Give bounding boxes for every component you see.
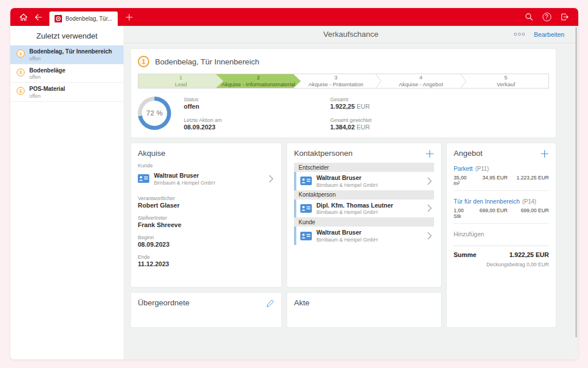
opportunity-icon (17, 49, 25, 57)
vertical-scrollbar[interactable] (575, 27, 577, 338)
add-product-icon[interactable] (540, 150, 549, 158)
logout-icon[interactable] (559, 12, 570, 22)
search-icon[interactable] (524, 12, 534, 22)
sidebar-item-name: Bodenbeläge (29, 67, 65, 75)
step-akquise-praesentation[interactable]: 3 Akquise - Präsentation (293, 74, 378, 88)
total-label: Gesamt (330, 97, 372, 102)
chevron-right-icon (427, 232, 432, 240)
sidebar-item-status: offen (29, 93, 65, 99)
kunde-name: Waltraut Bruser (154, 172, 215, 180)
sidebar-item-bodenbelaege[interactable]: Bodenbeläge offen (10, 64, 123, 83)
opportunity-icon (17, 87, 25, 95)
add-contact-icon[interactable] (425, 150, 434, 158)
sidebar-item-name: POS-Material (29, 86, 65, 93)
app-window: Bodenbelag, Tür... Zuletzt verwendet Bod… (10, 8, 578, 359)
sidebar-item-bodenbelag-tuer[interactable]: Bodenbelag, Tür Innenbereich offen (10, 45, 123, 64)
opportunity-tab-icon (55, 15, 62, 22)
contact-row-kontaktperson[interactable]: Dipl. Kfm. Thomas LeutnerBirnbaum & Hemp… (294, 200, 434, 218)
top-bar: Bodenbelag, Tür... (10, 8, 578, 26)
page-title: Verkaufschance (123, 30, 578, 39)
page-content: Bodenbelag, Tür Innenbereich 1 Lead 2 Ak… (123, 43, 578, 359)
last-action-label: Letzte Aktion am (184, 117, 318, 123)
phase-stepper: 1 Lead 2 Akquise - Informationsmaterial … (138, 74, 549, 89)
open-tab[interactable]: Bodenbelag, Tür... (49, 12, 118, 26)
contact-row-entscheider[interactable]: Waltraut BruserBirnbaum & Hempel GmbH (294, 172, 434, 190)
opportunity-summary-card: Bodenbelag, Tür Innenbereich 1 Lead 2 Ak… (131, 49, 556, 137)
total-value: 1.922,25 EUR (330, 103, 372, 110)
kunde-contact-row[interactable]: Waltraut Bruser Birnbaum & Hempel GmbH (138, 168, 274, 189)
back-icon[interactable] (33, 12, 44, 22)
contact-card-icon (300, 232, 312, 240)
home-icon[interactable] (18, 12, 29, 22)
edit-button[interactable]: Bearbeiten (534, 31, 564, 38)
kontaktpersonen-card-title: Kontaktpersonen (294, 149, 353, 158)
chevron-right-icon (269, 175, 273, 183)
opportunity-title: Bodenbelag, Tür Innenbereich (155, 57, 259, 66)
akte-card-title: Akte (294, 298, 434, 307)
sidebar-item-name: Bodenbelag, Tür Innenbereich (29, 48, 112, 56)
step-separator-icon (375, 74, 382, 88)
tab-title: Bodenbelag, Tür... (65, 16, 113, 22)
help-icon[interactable] (541, 12, 552, 22)
sidebar-title: Zuletzt verwendet (10, 26, 123, 45)
contact-card-icon (138, 174, 149, 183)
sum-label: Summe (454, 251, 477, 258)
kunde-label: Kunde (138, 163, 274, 168)
contact-group-header: Entscheider (294, 163, 434, 172)
sum-value: 1.922,25 EUR (509, 251, 549, 258)
more-menu-icon[interactable] (514, 31, 525, 37)
step-separator-icon (460, 74, 467, 88)
contact-card-icon (300, 204, 312, 213)
contact-row-kunde[interactable]: Waltraut BruserBirnbaum & Hempel GmbH (294, 227, 434, 245)
step-lead[interactable]: 1 Lead (138, 74, 223, 88)
sidebar-item-pos-material[interactable]: POS-Material offen (10, 83, 123, 102)
step-verkauf[interactable]: 5 Verkauf (463, 74, 548, 88)
opportunity-icon (138, 56, 149, 67)
angebot-card: Angebot Parkett (P11) 35,00 m² 34,95 EUR… (447, 143, 556, 327)
akquise-card: Akquise Kunde Waltraut Bruser Birnbaum &… (131, 143, 281, 287)
kontaktpersonen-card: Kontaktpersonen Entscheider Waltraut Bru… (287, 143, 441, 287)
contact-group-header: Kontaktperson (294, 190, 434, 200)
contact-group-header: Kunde (294, 217, 434, 227)
product-row-parkett[interactable]: Parkett (P11) 35,00 m² 34,95 EUR 1.223,2… (454, 158, 549, 191)
angebot-card-title: Angebot (454, 149, 482, 158)
sidebar-item-status: offen (29, 74, 65, 80)
chevron-right-icon (427, 204, 432, 212)
contact-card-icon (300, 177, 312, 185)
opportunity-icon (17, 68, 25, 76)
status-label: Status (184, 97, 318, 102)
add-product-link[interactable]: Hinzufügen (454, 231, 549, 237)
sidebar-recently-used: Zuletzt verwendet Bodenbelag, Tür Innenb… (10, 26, 123, 359)
product-row-tuer[interactable]: Tür für den Innenbereich (P14) 1,00 Stk … (454, 191, 549, 224)
step-akquise-angebot[interactable]: 4 Akquise - Angebot (378, 74, 463, 88)
status-value: offen (184, 103, 318, 110)
sidebar-item-status: offen (29, 56, 112, 62)
margin-text: Deckungsbeitrag 0,00 EUR (454, 262, 549, 267)
progress-ring: 72 % (138, 97, 171, 130)
step-akquise-informationsmaterial[interactable]: 2 Akquise - Informationsmaterial (216, 74, 301, 88)
uebergeordnete-card: Übergeordnete (131, 293, 281, 327)
weighted-total-value: 1.384,02 EUR (330, 124, 372, 131)
chevron-right-icon (427, 177, 432, 185)
kunde-company: Birnbaum & Hempel GmbH (154, 180, 215, 186)
edit-pencil-icon[interactable] (266, 299, 274, 308)
akte-card: Akte (287, 293, 441, 327)
progress-value: 72 % (142, 101, 167, 126)
last-action-value: 08.09.2023 (184, 124, 318, 131)
weighted-total-label: Gesamt gewichtet (330, 117, 372, 123)
page-header: Verkaufschance Bearbeiten (123, 26, 578, 43)
uebergeordnete-card-title: Übergeordnete (138, 298, 189, 307)
akquise-card-title: Akquise (138, 149, 274, 158)
new-tab-icon[interactable] (124, 12, 134, 22)
main-area: Verkaufschance Bearbeiten Bodenbelag, Tü… (123, 26, 578, 359)
